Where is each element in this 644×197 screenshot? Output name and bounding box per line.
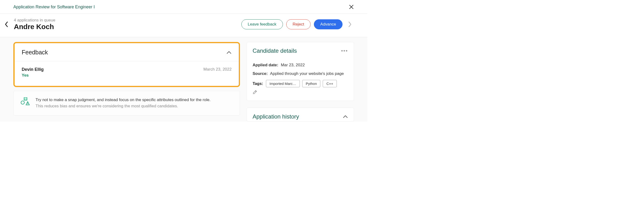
source-label: Source: (252, 71, 268, 76)
shapes-icon (21, 97, 30, 106)
feedback-verdict: Yes (22, 73, 44, 78)
prev-candidate-button[interactable] (2, 20, 10, 28)
applied-date-label: Applied date: (252, 63, 278, 67)
source-value: Applied through your website's jobs page (270, 71, 344, 76)
svg-point-5 (28, 104, 28, 105)
feedback-entry: Devin Ellig Yes March 23, 2022 (14, 61, 239, 86)
feedback-date: March 23, 2022 (204, 67, 232, 72)
tip-line-2: This reduces bias and ensures we're cons… (36, 103, 210, 109)
chevron-up-icon[interactable] (343, 115, 348, 118)
feedback-card-title: Feedback (22, 49, 48, 56)
feedback-reviewer: Devin Ellig (22, 67, 44, 72)
applied-date-value: Mar 23, 2022 (281, 63, 304, 67)
leave-feedback-button[interactable]: Leave feedback (242, 19, 283, 29)
tag-chip[interactable]: Python (302, 80, 320, 87)
next-candidate-button[interactable] (346, 20, 354, 28)
chevron-up-icon[interactable] (226, 51, 232, 54)
application-history-title: Application history (252, 113, 299, 120)
bias-tip-banner: Try not to make a snap judgment, and ins… (13, 91, 240, 116)
svg-rect-2 (24, 97, 27, 100)
svg-point-3 (21, 101, 24, 104)
feedback-card: Feedback Devin Ellig Yes March 23, 2022 (13, 42, 240, 87)
more-menu-icon[interactable]: ••• (341, 48, 348, 54)
advance-button[interactable]: Advance (314, 19, 342, 29)
tag-chip[interactable]: Imported Marc… (266, 80, 300, 87)
close-icon[interactable] (349, 4, 354, 10)
candidate-details-card: Candidate details ••• Applied date: Mar … (247, 42, 354, 101)
queue-count: 4 applications in queue (14, 18, 238, 23)
tags-label: Tags: (252, 81, 263, 86)
tip-line-1: Try not to make a snap judgment, and ins… (36, 97, 210, 103)
page-title: Application Review for Software Engineer… (13, 4, 95, 10)
application-history-card: Application history (247, 108, 354, 122)
edit-tags-icon[interactable] (252, 90, 257, 94)
tag-chip[interactable]: C++ (323, 80, 336, 87)
candidate-name: Andre Koch (14, 23, 238, 31)
candidate-details-title: Candidate details (252, 48, 297, 54)
reject-button[interactable]: Reject (286, 19, 310, 29)
